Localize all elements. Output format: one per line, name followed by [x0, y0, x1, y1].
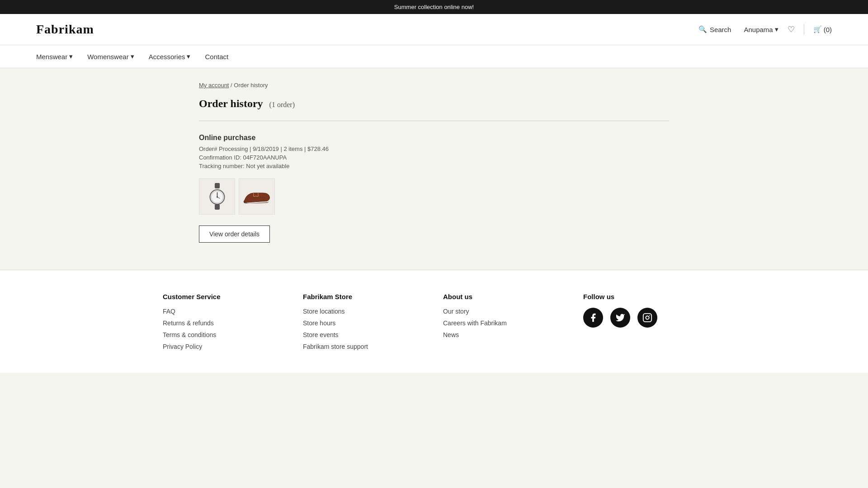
footer-follow-us: Follow us — [583, 293, 705, 355]
footer-about-links: Our story Careers with Fabrikam News — [443, 308, 565, 338]
page-title: Order history (1 order) — [199, 98, 669, 110]
order-status: Processing — [219, 145, 248, 152]
footer-about-heading: About us — [443, 293, 565, 300]
header-divider — [804, 24, 804, 35]
footer-link-privacy[interactable]: Privacy Policy — [163, 343, 202, 350]
site-logo[interactable]: Fabrikam — [36, 22, 94, 37]
main-nav: Menswear ▾ Womenswear ▾ Accessories ▾ Co… — [0, 45, 868, 68]
footer-link-store-events[interactable]: Store events — [303, 331, 339, 338]
footer-follow-heading: Follow us — [583, 293, 705, 300]
footer-cs-links: FAQ Returns & refunds Terms & conditions… — [163, 308, 285, 350]
breadcrumb-my-account[interactable]: My account — [199, 82, 229, 89]
footer-link-store-locations[interactable]: Store locations — [303, 308, 345, 315]
footer-about-us: About us Our story Careers with Fabrikam… — [443, 293, 565, 355]
footer-grid: Customer Service FAQ Returns & refunds T… — [163, 293, 705, 355]
list-item: Fabrikam store support — [303, 343, 425, 350]
list-item: Store hours — [303, 319, 425, 327]
nav-menswear[interactable]: Menswear ▾ — [36, 51, 73, 62]
divider — [199, 121, 669, 121]
footer-link-store-support[interactable]: Fabrikam store support — [303, 343, 368, 350]
site-header: Fabrikam 🔍 Search Anupama ▾ ♡ 🛒 (0) — [0, 14, 868, 45]
footer-link-careers[interactable]: Careers with Fabrikam — [443, 319, 507, 327]
header-actions: 🔍 Search Anupama ▾ ♡ 🛒 (0) — [695, 23, 832, 35]
footer-store-heading: Fabrikam Store — [303, 293, 425, 300]
nav-contact[interactable]: Contact — [205, 51, 228, 62]
svg-rect-6 — [215, 204, 220, 210]
chevron-down-icon: ▾ — [187, 52, 190, 61]
facebook-icon[interactable] — [583, 308, 603, 328]
nav-womenswear[interactable]: Womenswear ▾ — [87, 51, 134, 62]
confirmation-id: 04F720AANUPA — [243, 154, 287, 161]
site-footer: Customer Service FAQ Returns & refunds T… — [0, 270, 868, 373]
order-card: Online purchase Order# Processing | 9/18… — [199, 134, 669, 243]
view-order-button[interactable]: View order details — [199, 225, 270, 243]
list-item: Returns & refunds — [163, 319, 285, 327]
footer-link-faq[interactable]: FAQ — [163, 308, 175, 315]
footer-cs-heading: Customer Service — [163, 293, 285, 300]
social-icons — [583, 308, 705, 328]
product-thumb-shoe[interactable] — [239, 178, 275, 215]
order-type: Online purchase — [199, 134, 669, 142]
breadcrumb: My account / Order history — [199, 82, 669, 89]
list-item: Store locations — [303, 308, 425, 315]
footer-fabrikam-store: Fabrikam Store Store locations Store hou… — [303, 293, 425, 355]
list-item: Store events — [303, 331, 425, 338]
announcement-bar: Summer collection online now! — [0, 0, 868, 14]
order-tracking: Tracking number: Not yet available — [199, 163, 669, 169]
search-icon: 🔍 — [698, 25, 707, 33]
svg-rect-0 — [215, 183, 220, 188]
svg-rect-7 — [643, 314, 651, 322]
wishlist-button[interactable]: ♡ — [788, 24, 795, 34]
order-summary: Order# Processing | 9/18/2019 | 2 items … — [199, 145, 669, 152]
order-images — [199, 178, 669, 215]
footer-link-returns[interactable]: Returns & refunds — [163, 319, 214, 327]
instagram-icon[interactable] — [637, 308, 657, 328]
announcement-text: Summer collection online now! — [394, 4, 474, 10]
cart-icon: 🛒 — [813, 25, 822, 33]
footer-link-terms[interactable]: Terms & conditions — [163, 331, 216, 338]
chevron-down-icon: ▾ — [775, 25, 778, 33]
chevron-down-icon: ▾ — [131, 52, 134, 61]
nav-accessories[interactable]: Accessories ▾ — [149, 51, 191, 62]
list-item: Our story — [443, 308, 565, 315]
order-items: 2 items — [283, 145, 302, 152]
tracking-value: Not yet available — [246, 163, 289, 169]
list-item: FAQ — [163, 308, 285, 315]
user-menu-button[interactable]: Anupama ▾ — [744, 25, 778, 33]
chevron-down-icon: ▾ — [69, 52, 73, 61]
product-thumb-watch[interactable] — [199, 178, 235, 215]
search-button[interactable]: 🔍 Search — [695, 23, 735, 35]
twitter-icon[interactable] — [610, 308, 630, 328]
footer-link-store-hours[interactable]: Store hours — [303, 319, 335, 327]
list-item: Privacy Policy — [163, 343, 285, 350]
main-content: My account / Order history Order history… — [163, 68, 705, 270]
cart-button[interactable]: 🛒 (0) — [813, 25, 832, 33]
footer-customer-service: Customer Service FAQ Returns & refunds T… — [163, 293, 285, 355]
list-item: Careers with Fabrikam — [443, 319, 565, 327]
list-item: News — [443, 331, 565, 338]
order-confirmation: Confirmation ID: 04F720AANUPA — [199, 154, 669, 161]
footer-store-links: Store locations Store hours Store events… — [303, 308, 425, 350]
list-item: Terms & conditions — [163, 331, 285, 338]
order-total: $728.46 — [307, 145, 329, 152]
breadcrumb-current: Order history — [234, 82, 268, 89]
order-date: 9/18/2019 — [253, 145, 279, 152]
order-count: (1 order) — [269, 101, 295, 108]
footer-link-our-story[interactable]: Our story — [443, 308, 469, 315]
footer-link-news[interactable]: News — [443, 331, 459, 338]
svg-point-5 — [217, 196, 218, 197]
